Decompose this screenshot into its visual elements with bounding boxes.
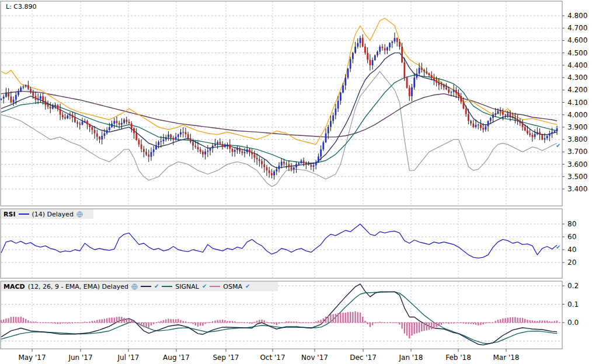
macd-axis-labels-tick: 0.0	[567, 318, 579, 327]
price-axis-labels-tick: 3.400	[567, 185, 587, 193]
osma-label: OSMA	[223, 283, 242, 290]
signal-visibility-checkbox[interactable]: ✔	[202, 284, 207, 289]
osma-line-sample	[210, 286, 220, 287]
rsi-line-sample	[19, 214, 29, 215]
price-axis-labels-tick: 3.700	[567, 148, 587, 156]
macd-axis-labels-tick: 0.2	[567, 282, 579, 290]
rsi-axis-labels-tick: 40	[567, 246, 576, 254]
rsi-params: (14) Delayed	[32, 211, 74, 218]
rsi-legend: RSI (14) Delayed	[1, 209, 93, 219]
osma-bars	[1, 312, 558, 339]
rsi-axis-labels-tick: 60	[567, 233, 576, 241]
chart-canvas[interactable]: ✔4.8004.7004.6004.5004.4004.3004.2004.10…	[0, 0, 592, 364]
macd-params: (12, 26, 9 - EMA, EMA) Delayed	[28, 283, 128, 290]
macd-legend: MACD (12, 26, 9 - EMA, EMA) Delayed ✔ SI…	[1, 282, 278, 291]
price-axis-labels-tick: 4.800	[567, 12, 587, 20]
globe-icon[interactable]	[131, 284, 138, 290]
price-axis-labels-tick: 4.700	[567, 24, 587, 32]
price-axis-labels-tick: 3.500	[567, 173, 587, 181]
rsi-title: RSI	[4, 211, 16, 218]
x-axis: May '17Jun '17Jul '17Aug '17Sep '17Oct '…	[18, 349, 519, 362]
x-axis-label: Dec '17	[350, 354, 377, 362]
price-axis-labels-tick: 4.100	[567, 99, 587, 107]
price-panel[interactable]: ✔	[1, 2, 562, 205]
x-axis-label: Jun '17	[68, 354, 92, 362]
price-axis-labels-tick: 3.800	[567, 135, 587, 144]
price-panel-frame	[1, 1, 562, 206]
x-axis-label: Aug '17	[163, 354, 190, 362]
macd-visibility-checkbox[interactable]: ✔	[154, 284, 159, 289]
x-axis-label: Mar '18	[493, 354, 519, 362]
price-axis-labels-tick: 4.400	[567, 61, 587, 69]
rsi-axis-labels: 80604020	[562, 220, 576, 267]
x-axis-label: Nov '17	[301, 354, 328, 362]
macd-axis-labels-tick: 0.1	[567, 300, 579, 309]
x-axis-label: Oct '17	[260, 354, 285, 362]
delayed-check-icon: ✔	[556, 244, 560, 250]
price-axis-labels-tick: 4.500	[567, 49, 587, 57]
osma-visibility-checkbox[interactable]: ✔	[245, 284, 250, 289]
macd-panel[interactable]	[1, 282, 562, 348]
signal-label: SIGNAL	[175, 283, 199, 290]
x-axis-label: Jan '18	[399, 354, 423, 362]
macd-line-sample	[141, 286, 151, 287]
macd-panel-frame	[1, 281, 562, 349]
rsi-axis-labels-tick: 20	[567, 258, 576, 267]
signal-line-sample	[162, 286, 172, 287]
price-axis-labels-tick: 4.200	[567, 86, 587, 94]
macd-title: MACD	[4, 283, 25, 290]
price-axis-labels-tick: 4.600	[567, 36, 587, 44]
macd-axis-labels: 0.20.10.0	[562, 282, 579, 327]
x-axis-label: May '17	[18, 354, 46, 362]
last-price-label: L: C3.890	[6, 3, 37, 10]
x-axis-label: Feb '18	[445, 354, 471, 362]
x-axis-label: Jul '17	[117, 354, 140, 362]
rsi-axis-labels-tick: 80	[567, 220, 576, 228]
price-axis-labels-tick: 4.000	[567, 111, 587, 119]
price-axis-labels: 4.8004.7004.6004.5004.4004.3004.2004.100…	[562, 12, 587, 193]
globe-icon[interactable]	[76, 211, 83, 218]
x-axis-label: Sep '17	[213, 354, 239, 362]
price-axis-labels-tick: 3.600	[567, 160, 587, 169]
rsi-panel[interactable]: ✔	[1, 209, 562, 278]
chart-window: ✔4.8004.7004.6004.5004.4004.3004.2004.10…	[0, 0, 592, 364]
price-axis-labels-tick: 4.300	[567, 74, 587, 82]
price-axis-labels-tick: 3.900	[567, 123, 587, 131]
